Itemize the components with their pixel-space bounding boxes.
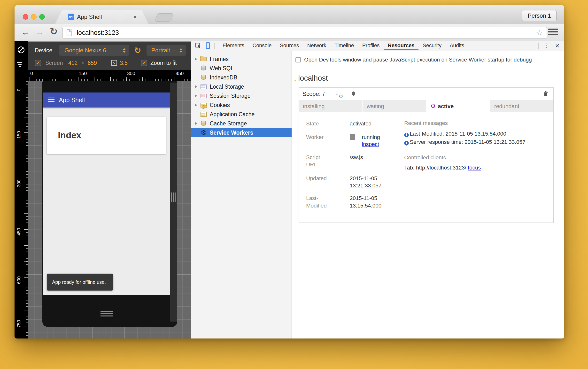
no-throttling-icon[interactable] bbox=[18, 46, 24, 53]
forward-icon[interactable]: → bbox=[35, 27, 44, 37]
controlled-clients-heading: Controlled clients bbox=[404, 154, 548, 161]
tab-close-icon[interactable]: × bbox=[133, 14, 137, 20]
lifecycle-tab-redundant[interactable]: redundant bbox=[490, 100, 553, 112]
lifecycle-tabs: installing waiting ⚙ active redundant bbox=[299, 100, 553, 112]
sidebar-item-local-storage[interactable]: Local Storage bbox=[191, 82, 292, 91]
sidebar-item-service-workers[interactable]: ⚙ Service Workers bbox=[191, 128, 292, 137]
profile-button[interactable]: Person 1 bbox=[522, 10, 557, 21]
tab-favicon-icon: APP bbox=[68, 14, 74, 20]
devtools-panel: Elements Console Sources Network Timelin… bbox=[191, 41, 564, 338]
bookmark-star-icon[interactable]: ☆ bbox=[536, 28, 543, 37]
script-url-row: Script URL /sw.js bbox=[306, 154, 398, 169]
table-icon bbox=[200, 92, 207, 99]
folder-icon bbox=[200, 56, 207, 62]
tab-resources[interactable]: Resources bbox=[384, 41, 418, 50]
sw-debug-checkbox[interactable] bbox=[295, 57, 301, 62]
database-icon bbox=[200, 65, 207, 72]
resources-sidebar: Frames Web SQL IndexedDB Local Stor bbox=[191, 51, 292, 338]
tab-audits[interactable]: Audits bbox=[446, 41, 468, 50]
device-mode-icon[interactable] bbox=[206, 42, 210, 49]
url-text[interactable]: localhost:3123 bbox=[77, 29, 119, 37]
frame-right-strip bbox=[170, 82, 177, 322]
sidebar-item-cookies[interactable]: Cookies bbox=[191, 101, 292, 110]
sidebar-item-indexeddb[interactable]: IndexedDB bbox=[191, 73, 292, 82]
tab-security[interactable]: Security bbox=[418, 41, 446, 50]
chrome-menu-icon[interactable] bbox=[548, 29, 558, 37]
controlled-client: Tab: http://localhost:3123/ focus bbox=[404, 165, 548, 171]
page-icon bbox=[67, 29, 72, 36]
sidebar-item-frames[interactable]: Frames bbox=[191, 54, 292, 64]
inspect-element-icon[interactable] bbox=[195, 42, 201, 49]
app-menu-icon[interactable] bbox=[48, 98, 54, 103]
device-label: Device bbox=[35, 47, 52, 54]
tab-timeline[interactable]: Timeline bbox=[330, 41, 358, 50]
worker-status: running bbox=[362, 134, 380, 141]
service-worker-details: State activated Worker running inspect bbox=[299, 112, 553, 223]
tab-elements[interactable]: Elements bbox=[218, 41, 248, 50]
browser-tab[interactable]: APP App Shell × bbox=[55, 10, 148, 24]
minimize-window-button[interactable] bbox=[31, 14, 37, 20]
orientation-select[interactable]: Portrait – bbox=[146, 45, 186, 56]
close-window-button[interactable] bbox=[23, 14, 28, 20]
stop-worker-icon[interactable] bbox=[350, 134, 355, 140]
zoom-to-fit-checkbox[interactable]: ✓ bbox=[141, 60, 147, 66]
title-bar: APP App Shell × Person 1 bbox=[15, 5, 564, 24]
device-select[interactable]: Google Nexus 6 bbox=[59, 45, 129, 56]
push-bell-icon[interactable] bbox=[350, 91, 357, 97]
active-gear-icon: ⚙ bbox=[431, 100, 436, 112]
tab-console[interactable]: Console bbox=[248, 41, 276, 50]
state-row: State activated bbox=[306, 120, 398, 127]
origin-name: localhost bbox=[298, 74, 328, 82]
table-icon bbox=[200, 83, 207, 90]
lifecycle-tab-active[interactable]: ⚙ active bbox=[426, 100, 490, 112]
resize-height-handle[interactable] bbox=[101, 311, 113, 318]
update-service-worker-icon[interactable]: ↓ ⚙ bbox=[335, 90, 343, 98]
focus-link[interactable]: focus bbox=[468, 165, 481, 171]
browser-window: APP App Shell × Person 1 ← → ↻ localhost… bbox=[15, 5, 564, 338]
cookie-icon bbox=[200, 102, 207, 108]
lifecycle-tab-waiting[interactable]: waiting bbox=[362, 100, 426, 112]
vruler-label: 600 bbox=[16, 275, 21, 285]
device-mode-toolbar: Device Google Nexus 6 ↻ Portrait – ✓ Scr… bbox=[28, 41, 191, 70]
offline-toast: App ready for offline use. bbox=[47, 274, 113, 291]
new-tab-button[interactable] bbox=[155, 13, 173, 21]
dpr-value[interactable]: 3.5 bbox=[120, 60, 128, 66]
last-modified-row: Last-Modified 2015-11-05 13:15:54.000 bbox=[306, 195, 398, 209]
device-mode-background: App Shell Index App ready for offline us… bbox=[28, 81, 191, 338]
zoom-window-button[interactable] bbox=[39, 14, 45, 20]
inspect-link[interactable]: inspect bbox=[362, 141, 380, 147]
hruler-label: 450 bbox=[175, 71, 184, 76]
devtools-close-icon[interactable]: × bbox=[553, 42, 564, 50]
media-queries-icon[interactable] bbox=[17, 62, 22, 69]
screen-height-value[interactable]: 659 bbox=[88, 60, 97, 66]
sidebar-item-session-storage[interactable]: Session Storage bbox=[191, 91, 292, 101]
screen-width-value[interactable]: 412 bbox=[68, 60, 77, 66]
sidebar-item-cache-storage[interactable]: Cache Storage bbox=[191, 119, 292, 128]
hruler-label: 150 bbox=[79, 71, 87, 76]
back-icon[interactable]: ← bbox=[21, 27, 30, 37]
tab-sources[interactable]: Sources bbox=[276, 41, 303, 50]
table-icon bbox=[200, 111, 207, 118]
rotate-icon[interactable]: ↻ bbox=[134, 46, 141, 55]
reload-icon[interactable]: ↻ bbox=[50, 26, 58, 37]
vruler-label: 0 bbox=[16, 85, 21, 95]
index-card-title: Index bbox=[58, 130, 81, 140]
index-card: Index bbox=[47, 117, 166, 154]
sidebar-item-application-cache[interactable]: Application Cache bbox=[191, 110, 292, 119]
tab-network[interactable]: Network bbox=[303, 41, 330, 50]
screen-checkbox[interactable]: ✓ bbox=[35, 60, 41, 66]
delete-icon[interactable] bbox=[542, 91, 549, 97]
tab-title: App Shell bbox=[77, 14, 102, 20]
hruler-label: 0 bbox=[30, 71, 33, 76]
sidebar-item-web-sql[interactable]: Web SQL bbox=[191, 64, 292, 73]
address-bar[interactable]: localhost:3123 ☆ bbox=[62, 27, 547, 39]
updated-row: Updated 2015-11-05 13:21:33.057 bbox=[306, 175, 398, 190]
database-icon bbox=[200, 120, 207, 127]
device-emulation-pane: 0 150 300 450 600 750 Device Google Nexu… bbox=[15, 41, 191, 338]
devtools-menu-icon[interactable]: ⋮ bbox=[540, 42, 553, 49]
tab-profiles[interactable]: Profiles bbox=[358, 41, 384, 50]
resize-width-handle[interactable] bbox=[171, 193, 175, 202]
lifecycle-tab-installing[interactable]: installing bbox=[299, 100, 362, 112]
recent-message: i Last-Modified: 2015-11-05 13:15:54.000 bbox=[404, 130, 548, 138]
info-icon: i bbox=[404, 141, 409, 145]
